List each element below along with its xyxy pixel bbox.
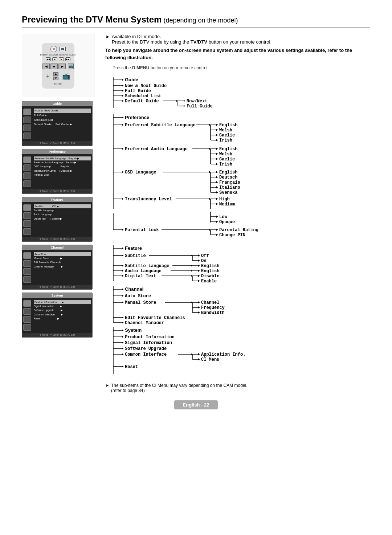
svg-text:Scheduled List: Scheduled List bbox=[125, 94, 162, 99]
svg-marker-148 bbox=[198, 270, 200, 272]
svg-marker-8 bbox=[122, 90, 123, 92]
svg-text:Off: Off bbox=[201, 253, 209, 258]
svg-marker-204 bbox=[122, 353, 123, 355]
svg-text:Gaelic: Gaelic bbox=[219, 157, 235, 162]
svg-marker-188 bbox=[122, 322, 123, 324]
svg-marker-132 bbox=[198, 260, 200, 262]
rew-button: ◀◀ bbox=[46, 57, 51, 61]
svg-text:Edit Favourite Channels: Edit Favourite Channels bbox=[125, 315, 185, 320]
svg-text:Default Guide: Default Guide bbox=[125, 99, 159, 104]
svg-text:Channel Manager: Channel Manager bbox=[125, 320, 164, 324]
page-title: Previewing the DTV Menu System (dependin… bbox=[22, 15, 370, 28]
svg-text:Now & Next Guide: Now & Next Guide bbox=[125, 83, 167, 89]
svg-text:Subtitle Language: Subtitle Language bbox=[125, 264, 169, 269]
svg-text:Welsh: Welsh bbox=[219, 128, 232, 133]
stop-button: ■ bbox=[52, 57, 57, 61]
svg-text:Deutsch: Deutsch bbox=[219, 175, 237, 180]
preset-text: Preset to the DTV mode by using the TV/D… bbox=[112, 39, 271, 45]
svg-marker-107 bbox=[122, 229, 123, 231]
svg-text:Change PIN: Change PIN bbox=[219, 233, 245, 238]
svg-marker-54 bbox=[216, 148, 218, 150]
footnote: ➤ The sub-items of the CI Menu may vary … bbox=[105, 383, 370, 393]
preference-menu-screenshot: Preference Preferred Subtitle Language :… bbox=[22, 149, 93, 194]
guide-title: Guide bbox=[22, 101, 92, 106]
svg-marker-48 bbox=[122, 148, 123, 150]
svg-marker-160 bbox=[198, 280, 200, 282]
preference-tree-svg-cont: Low Opaque Parental Lock Parental Rating… bbox=[105, 212, 316, 241]
svg-text:Welsh: Welsh bbox=[219, 152, 232, 157]
svg-text:Low: Low bbox=[219, 215, 227, 220]
svg-text:Guide: Guide bbox=[125, 77, 138, 82]
preference-section: Preference Preferred Subtitle Language E… bbox=[105, 113, 370, 242]
feature-menu-screenshot: Feature Subtitle : Off ▶ Subtitle Langua… bbox=[22, 197, 93, 242]
svg-marker-216 bbox=[122, 365, 123, 368]
svg-marker-176 bbox=[198, 301, 200, 303]
page-footer: English - 22 bbox=[22, 400, 370, 409]
preference-tree-svg: Preference Preferred Subtitle Language E… bbox=[105, 113, 316, 211]
svg-marker-135 bbox=[122, 265, 123, 267]
svg-text:Translucency Level: Translucency Level bbox=[125, 197, 172, 202]
svg-text:Gaelic: Gaelic bbox=[219, 133, 235, 138]
svg-marker-81 bbox=[216, 186, 218, 188]
svg-text:Disable: Disable bbox=[201, 274, 219, 279]
svg-marker-146 bbox=[191, 270, 192, 272]
svg-marker-2 bbox=[122, 79, 123, 81]
remote-button-labels: TV/DTVCH.MGRD.MENUSLEEP bbox=[40, 54, 77, 56]
svg-marker-93 bbox=[216, 198, 218, 200]
feature-title: Feature bbox=[22, 197, 92, 202]
left-column: 0 📺 TV/DTVCH.MGRD.MENUSLEEP ◀◀ ■ ▶ ▶▶ ◀ … bbox=[22, 34, 98, 393]
svg-text:Italiano: Italiano bbox=[219, 185, 240, 190]
bold-paragraph: To help you navigate around the on-scree… bbox=[105, 47, 370, 61]
svg-marker-23 bbox=[184, 105, 185, 107]
svg-marker-75 bbox=[216, 176, 218, 178]
svg-text:English: English bbox=[201, 269, 219, 274]
svg-text:Frequency: Frequency bbox=[201, 305, 225, 310]
svg-marker-170 bbox=[122, 301, 123, 303]
svg-text:Channel: Channel bbox=[125, 286, 143, 292]
feature-tree-svg: Feature Subtitle Off On Subtitle Languag… bbox=[105, 243, 316, 283]
svg-marker-14 bbox=[122, 100, 123, 102]
remote-control-diagram: 0 📺 TV/DTVCH.MGRD.MENUSLEEP ◀◀ ■ ▶ ▶▶ ◀ … bbox=[22, 34, 94, 97]
channel-menu-screenshot: Channel Auto Store Manual Store ▶ Edit F… bbox=[22, 245, 93, 290]
svg-text:OSD Language: OSD Language bbox=[125, 170, 156, 175]
svg-text:Preferred Subtitle Language: Preferred Subtitle Language bbox=[125, 123, 195, 128]
svg-marker-201 bbox=[122, 347, 123, 350]
svg-marker-36 bbox=[216, 124, 218, 126]
svg-marker-42 bbox=[216, 134, 218, 136]
svg-text:English: English bbox=[219, 147, 237, 152]
svg-marker-167 bbox=[122, 295, 123, 297]
guide-section: Guide Now & Next Guide Full Guide Schedu… bbox=[105, 75, 370, 111]
system-tree-svg: System Product Information Signal Inform… bbox=[105, 325, 316, 376]
svg-marker-30 bbox=[122, 124, 123, 126]
ff-button: ▶▶ bbox=[65, 57, 70, 61]
press-dmenu: Press the D.MENU button on your remote c… bbox=[113, 65, 370, 70]
svg-marker-27 bbox=[122, 117, 123, 119]
svg-marker-87 bbox=[122, 198, 123, 200]
svg-marker-179 bbox=[198, 306, 200, 309]
svg-text:System: System bbox=[125, 327, 142, 333]
svg-text:Audio Language: Audio Language bbox=[125, 269, 162, 274]
svg-marker-45 bbox=[216, 139, 218, 141]
svg-text:Reset: Reset bbox=[125, 364, 138, 369]
svg-text:High: High bbox=[219, 197, 230, 202]
svg-marker-116 bbox=[216, 234, 218, 236]
svg-marker-210 bbox=[198, 353, 200, 355]
svg-marker-120 bbox=[122, 247, 123, 249]
svg-marker-72 bbox=[216, 171, 218, 173]
svg-text:Enable: Enable bbox=[201, 279, 217, 283]
svg-marker-140 bbox=[198, 265, 200, 267]
svg-text:Irish: Irish bbox=[219, 162, 232, 167]
play-button: ▶ bbox=[59, 57, 64, 61]
svg-marker-66 bbox=[122, 171, 123, 173]
title-bold: Previewing the DTV Menu System bbox=[22, 15, 162, 24]
svg-text:Signal Information: Signal Information bbox=[125, 340, 172, 346]
svg-text:Français: Français bbox=[219, 180, 240, 185]
svg-marker-20 bbox=[184, 100, 185, 102]
svg-text:Now/Next: Now/Next bbox=[187, 99, 208, 104]
svg-marker-5 bbox=[122, 85, 123, 87]
svg-text:Manual Store: Manual Store bbox=[125, 300, 156, 305]
svg-text:Common Interface: Common Interface bbox=[125, 352, 167, 357]
svg-text:Auto Store: Auto Store bbox=[125, 294, 151, 299]
svg-marker-103 bbox=[216, 221, 218, 223]
svg-marker-182 bbox=[198, 311, 200, 314]
